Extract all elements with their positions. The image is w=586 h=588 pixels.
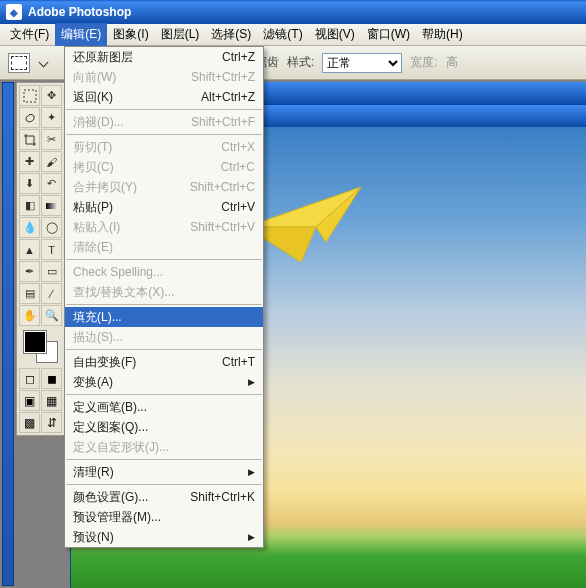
menu-fade[interactable]: 消褪(D)...Shift+Ctrl+F bbox=[65, 112, 263, 132]
separator bbox=[66, 394, 262, 395]
crop-tool[interactable] bbox=[19, 129, 40, 150]
menu-filter[interactable]: 滤镜(T) bbox=[257, 23, 308, 46]
quickmask-mode[interactable]: ◼ bbox=[41, 368, 62, 389]
style-select[interactable]: 正常 bbox=[322, 53, 402, 73]
separator bbox=[66, 304, 262, 305]
height-label-partial: 高 bbox=[446, 54, 458, 71]
zoom-tool[interactable]: 🔍 bbox=[41, 305, 62, 326]
menu-define-shape[interactable]: 定义自定形状(J)... bbox=[65, 437, 263, 457]
window-titlebar: ◆ Adobe Photoshop bbox=[0, 0, 586, 24]
width-label: 宽度: bbox=[410, 54, 437, 71]
menu-help[interactable]: 帮助(H) bbox=[416, 23, 469, 46]
tool-dropdown-icon[interactable] bbox=[39, 58, 49, 68]
menu-undo[interactable]: 还原新图层Ctrl+Z bbox=[65, 47, 263, 67]
color-swatches[interactable] bbox=[19, 327, 63, 367]
gradient-tool[interactable] bbox=[41, 195, 62, 216]
shape-tool[interactable]: ▭ bbox=[41, 261, 62, 282]
separator bbox=[66, 484, 262, 485]
pen-tool[interactable]: ✒ bbox=[19, 261, 40, 282]
menu-layer[interactable]: 图层(L) bbox=[155, 23, 206, 46]
screen-mode-3[interactable]: ▩ bbox=[19, 412, 40, 433]
marquee-tool[interactable] bbox=[19, 85, 40, 106]
menu-copy[interactable]: 拷贝(C)Ctrl+C bbox=[65, 157, 263, 177]
separator bbox=[66, 134, 262, 135]
menu-color-settings[interactable]: 颜色设置(G)...Shift+Ctrl+K bbox=[65, 487, 263, 507]
eraser-tool[interactable]: ◧ bbox=[19, 195, 40, 216]
submenu-arrow-icon: ▶ bbox=[248, 532, 255, 542]
screen-mode-1[interactable]: ▣ bbox=[19, 390, 40, 411]
menu-preset-manager[interactable]: 预设管理器(M)... bbox=[65, 507, 263, 527]
move-tool[interactable]: ✥ bbox=[41, 85, 62, 106]
toolbox: ✥ ✦ ✂ ✚ 🖌 ⬇ ↶ ◧ 💧 ◯ ▲ T ✒ ▭ ▤ ⁄ ✋ 🔍 ◻ ◼ … bbox=[16, 82, 66, 436]
foreground-color[interactable] bbox=[24, 331, 46, 353]
menu-stroke[interactable]: 描边(S)... bbox=[65, 327, 263, 347]
lasso-tool[interactable] bbox=[19, 107, 40, 128]
app-logo-icon: ◆ bbox=[6, 4, 22, 20]
notes-tool[interactable]: ▤ bbox=[19, 283, 40, 304]
eyedropper-tool[interactable]: ⁄ bbox=[41, 283, 62, 304]
heal-tool[interactable]: ✚ bbox=[19, 151, 40, 172]
menu-check-spelling[interactable]: Check Spelling... bbox=[65, 262, 263, 282]
menu-clear[interactable]: 清除(E) bbox=[65, 237, 263, 257]
menu-presets[interactable]: 预设(N)▶ bbox=[65, 527, 263, 547]
menu-cut[interactable]: 剪切(T)Ctrl+X bbox=[65, 137, 263, 157]
blur-tool[interactable]: 💧 bbox=[19, 217, 40, 238]
menu-edit[interactable]: 编辑(E) bbox=[55, 23, 107, 46]
svg-rect-3 bbox=[24, 90, 36, 102]
separator bbox=[66, 109, 262, 110]
stamp-tool[interactable]: ⬇ bbox=[19, 173, 40, 194]
path-select-tool[interactable]: ▲ bbox=[19, 239, 40, 260]
menu-file[interactable]: 文件(F) bbox=[4, 23, 55, 46]
brush-tool[interactable]: 🖌 bbox=[41, 151, 62, 172]
submenu-arrow-icon: ▶ bbox=[248, 377, 255, 387]
type-tool[interactable]: T bbox=[41, 239, 62, 260]
menu-purge[interactable]: 清理(R)▶ bbox=[65, 462, 263, 482]
edit-menu-dropdown: 还原新图层Ctrl+Z 向前(W)Shift+Ctrl+Z 返回(K)Alt+C… bbox=[64, 46, 264, 548]
jump-to[interactable]: ⇵ bbox=[41, 412, 62, 433]
menu-define-brush[interactable]: 定义画笔(B)... bbox=[65, 397, 263, 417]
menu-image[interactable]: 图象(I) bbox=[107, 23, 154, 46]
palette-well[interactable] bbox=[2, 82, 14, 586]
menu-step-backward[interactable]: 返回(K)Alt+Ctrl+Z bbox=[65, 87, 263, 107]
menu-transform[interactable]: 变换(A)▶ bbox=[65, 372, 263, 392]
hand-tool[interactable]: ✋ bbox=[19, 305, 40, 326]
menu-free-transform[interactable]: 自由变换(F)Ctrl+T bbox=[65, 352, 263, 372]
dodge-tool[interactable]: ◯ bbox=[41, 217, 62, 238]
svg-rect-4 bbox=[46, 203, 58, 209]
menu-find-replace[interactable]: 查找/替换文本(X)... bbox=[65, 282, 263, 302]
separator bbox=[66, 459, 262, 460]
menu-step-forward[interactable]: 向前(W)Shift+Ctrl+Z bbox=[65, 67, 263, 87]
menu-view[interactable]: 视图(V) bbox=[309, 23, 361, 46]
standard-mode[interactable]: ◻ bbox=[19, 368, 40, 389]
current-tool-icon[interactable] bbox=[8, 53, 30, 73]
menubar: 文件(F) 编辑(E) 图象(I) 图层(L) 选择(S) 滤镜(T) 视图(V… bbox=[0, 24, 586, 46]
app-title: Adobe Photoshop bbox=[28, 5, 131, 19]
menu-define-pattern[interactable]: 定义图案(Q)... bbox=[65, 417, 263, 437]
separator bbox=[66, 259, 262, 260]
style-label: 样式: bbox=[287, 54, 314, 71]
menu-paste-into[interactable]: 粘贴入(I)Shift+Ctrl+V bbox=[65, 217, 263, 237]
wand-tool[interactable]: ✦ bbox=[41, 107, 62, 128]
history-brush-tool[interactable]: ↶ bbox=[41, 173, 62, 194]
paper-plane-graphic bbox=[246, 187, 366, 267]
menu-fill[interactable]: 填充(L)... bbox=[65, 307, 263, 327]
menu-window[interactable]: 窗口(W) bbox=[361, 23, 416, 46]
menu-select[interactable]: 选择(S) bbox=[205, 23, 257, 46]
separator bbox=[66, 349, 262, 350]
screen-mode-2[interactable]: ▦ bbox=[41, 390, 62, 411]
submenu-arrow-icon: ▶ bbox=[248, 467, 255, 477]
menu-copy-merged[interactable]: 合并拷贝(Y)Shift+Ctrl+C bbox=[65, 177, 263, 197]
slice-tool[interactable]: ✂ bbox=[41, 129, 62, 150]
menu-paste[interactable]: 粘贴(P)Ctrl+V bbox=[65, 197, 263, 217]
